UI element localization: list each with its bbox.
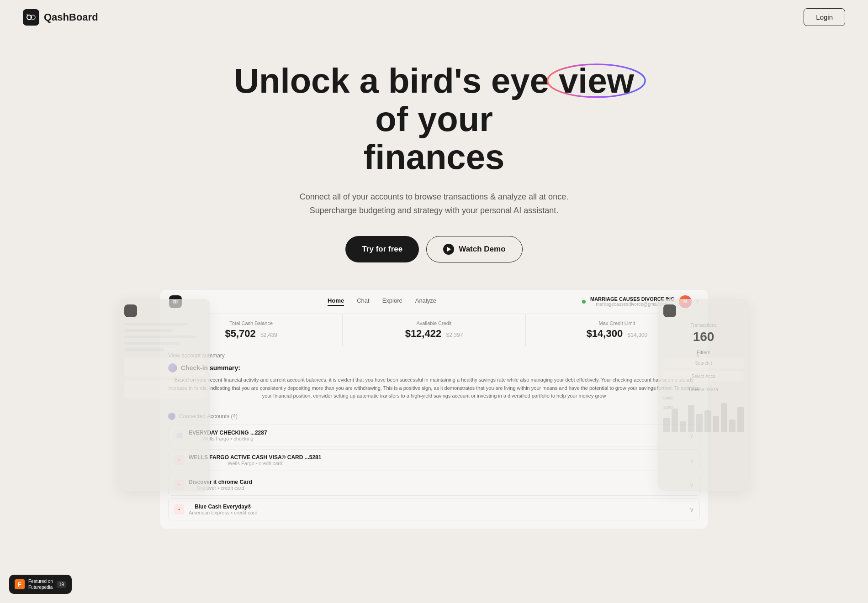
futurepedia-badge[interactable]: F Featured on Futurepedia 19 [9, 575, 72, 594]
ghost-search-box: Search t [663, 358, 744, 368]
credit-label: Available Credit [351, 320, 517, 326]
account-row-visa[interactable]: ▪ WELLS FARGO ACTIVE CASH VISA® CARD ...… [168, 449, 700, 471]
hero-title: Unlock a bird's eye view of yourfinances [228, 62, 640, 176]
credit-sub: $2,397 [446, 332, 463, 338]
ghost-bar-6 [704, 410, 711, 432]
account-left-amex: ▪ Blue Cash Everyday® American Express •… [174, 503, 258, 515]
accounts-section: Connected Accounts (4) ⬜ EVERYDAY CHECKI… [160, 407, 708, 529]
account-row-amex[interactable]: ▪ Blue Cash Everyday® American Express •… [168, 498, 700, 520]
stats-row: Total Cash Balance $5,702 $2,439 Availab… [160, 314, 708, 346]
watch-demo-button[interactable]: Watch Demo [426, 236, 522, 262]
hero-buttons: Try for free Watch Demo [9, 236, 859, 262]
hero-section: Unlock a bird's eye view of yourfinances… [0, 34, 868, 514]
logo-text: QashBoard [44, 11, 98, 23]
ghost-bar-label-5000: 5000 [663, 396, 672, 400]
play-triangle [447, 247, 451, 252]
account-detail-amex: American Express • credit card [189, 510, 258, 515]
cash-balance-value: $5,702 [225, 328, 255, 339]
ghost-select-box: Select Acco [663, 371, 744, 382]
nav-home[interactable]: Home [328, 297, 344, 306]
highlight-oval [545, 53, 648, 108]
ghost-logo-right [663, 304, 676, 317]
ghost-bar-5 [696, 414, 703, 432]
checkin-text: Based on your recent financial activity … [168, 376, 700, 400]
ghost-bar-3 [680, 421, 686, 432]
ghost-bar-4 [688, 405, 694, 432]
app-nav: Home Chat Explore Analyze [328, 297, 436, 306]
account-chevron-amex[interactable]: ∨ [689, 506, 694, 513]
futurepedia-icon: F [15, 579, 25, 589]
ghost-logo-left [124, 304, 137, 317]
ghost-bar-7 [713, 416, 719, 432]
ghost-panel-right: Transactions 160 Filters Search t Select… [658, 299, 749, 491]
summary-section: View account summary ∧ Check-in summary:… [160, 346, 708, 407]
user-status-dot [582, 300, 586, 304]
ghost-browse-label: Browse transa [663, 387, 744, 392]
svg-point-4 [548, 64, 646, 97]
cash-balance-sub: $2,439 [260, 332, 277, 338]
ghost-bar-9 [729, 419, 736, 432]
credit-value: $12,422 [405, 328, 442, 339]
accounts-header: Connected Accounts (4) [168, 413, 700, 420]
ghost-bar-10 [737, 407, 744, 432]
futurepedia-text: Featured on Futurepedia [28, 578, 53, 590]
account-name-amex: Blue Cash Everyday® [189, 503, 258, 510]
futurepedia-count: 19 [57, 581, 66, 588]
ghost-transactions-value: 160 [663, 330, 744, 344]
ghost-panel-left [119, 299, 210, 491]
play-icon [443, 244, 454, 255]
stat-card-credit: Available Credit $12,422 $2,397 [343, 314, 525, 346]
app-topbar: Home Chat Explore Analyze MARRIAGE CAUSE… [160, 290, 708, 314]
nav-chat[interactable]: Chat [357, 297, 369, 306]
credit-icon-amex: ▪ [174, 504, 184, 514]
account-row-checking[interactable]: ⬜ EVERYDAY CHECKING ...2287 Wells Fargo … [168, 425, 700, 446]
main-app-window: Home Chat Explore Analyze MARRIAGE CAUSE… [160, 290, 708, 529]
ghost-bar-1 [663, 418, 670, 432]
try-free-button[interactable]: Try for free [345, 236, 419, 262]
header: QashBoard Login [0, 0, 868, 34]
ghost-filters-label: Filters [663, 350, 744, 355]
nav-explore[interactable]: Explore [382, 297, 402, 306]
section-header: View account summary ∧ [168, 352, 700, 359]
logo-icon [23, 9, 39, 26]
account-row-discover[interactable]: ▪ Discover it chrome Card Discover • cre… [168, 474, 700, 496]
logo-area: QashBoard [23, 9, 98, 26]
ghost-transactions-label: Transactions [663, 323, 744, 328]
ghost-bar-8 [721, 403, 727, 432]
ghost-bar-chart: 5000 2500 [663, 396, 744, 432]
hero-subtitle: Connect all of your accounts to browse t… [9, 190, 859, 218]
ghost-bar-2 [672, 409, 678, 432]
max-credit-sub: $14,300 [628, 332, 647, 338]
ghost-bar-label-2500: 2500 [663, 405, 672, 409]
nav-analyze[interactable]: Analyze [415, 297, 436, 306]
checkin-title: Check-in summary: [168, 363, 700, 372]
app-preview: Home Chat Explore Analyze MARRIAGE CAUSE… [160, 290, 708, 500]
svg-point-3 [26, 14, 28, 16]
login-button[interactable]: Login [804, 8, 845, 26]
highlight-word: view [559, 62, 634, 100]
max-credit-value: $14,300 [587, 328, 623, 339]
